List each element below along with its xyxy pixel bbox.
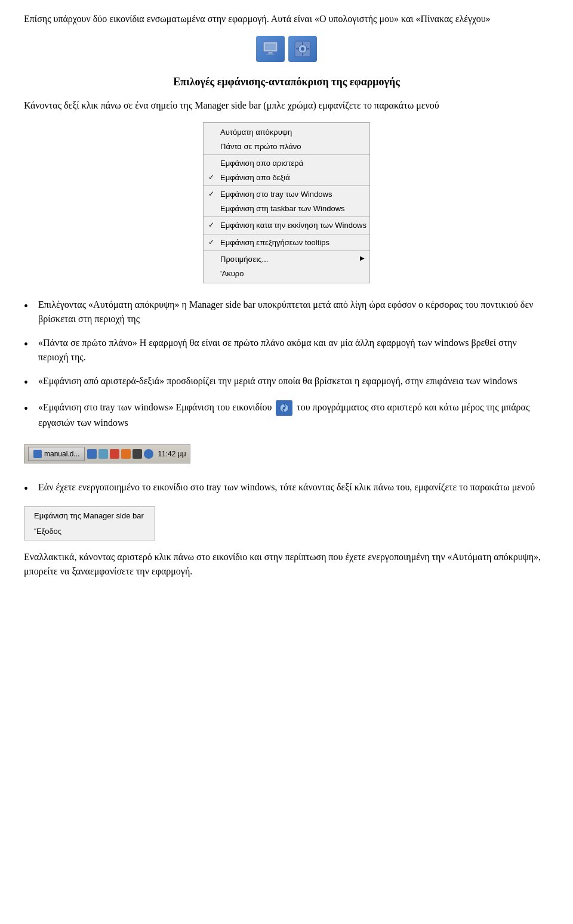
context-menu-image: Αυτόματη απόκρυψη Πάντα σε πρώτο πλάνο Ε… (203, 122, 370, 283)
bullet-5: • Εάν έχετε ενεργοποιημένο το εικονίδιο … (24, 480, 549, 497)
small-context-menu: Εμφάνιση της Manager side bar 'Έξοδος (24, 506, 155, 540)
menu-separator-2 (204, 186, 369, 186)
bullet-4: • «Εμφάνιση στο tray των windows» Εμφάνι… (24, 400, 549, 430)
menu-separator-5 (204, 251, 369, 251)
section-subtext: Κάνοντας δεξί κλικ πάνω σε ένα σημείο τη… (24, 98, 549, 113)
menu-separator-4 (204, 234, 369, 234)
taskbar-window-label: manual.d... (44, 449, 79, 459)
bullet-symbol-2: • (24, 336, 38, 353)
bullet-1: • Επιλέγοντας «Αυτόματη απόκρυψη» η Mana… (24, 298, 549, 326)
bullet-2: • «Πάντα σε πρώτο πλάνο» Η εφαρμογή θα ε… (24, 336, 549, 364)
svg-rect-8 (302, 52, 303, 55)
menu-item-show-left: Εμφάνιση απο αριστερά (204, 156, 369, 171)
taskbar-window-icon (33, 450, 42, 458)
menu-separator-3 (204, 217, 369, 217)
menu-item-preferences: Προτιμήσεις... (204, 252, 369, 267)
menu-item-show-tray: Εμφάνιση στο tray των Windows (204, 187, 369, 202)
sys-icon-1 (87, 449, 97, 459)
bullet-symbol-3: • (24, 374, 38, 391)
taskbar-image: manual.d... 11:42 μμ (24, 444, 190, 463)
sys-icon-4 (121, 449, 131, 459)
svg-rect-10 (306, 48, 309, 50)
section-heading: Επιλογές εμφάνισης-ανταπόκριση της εφαρμ… (24, 74, 549, 90)
svg-point-6 (301, 47, 304, 51)
bullet-text-4-before: «Εμφάνιση στο tray των windows» Εμφάνιση… (38, 402, 272, 412)
sys-icon-3 (110, 449, 119, 459)
bullet-symbol-4: • (24, 400, 38, 417)
bullet-text-5: Εάν έχετε ενεργοποιημένο το εικονίδιο στ… (38, 480, 549, 495)
taskbar-container: manual.d... 11:42 μμ (24, 440, 549, 468)
bottom-paragraph: Εναλλακτικά, κάνοντας αριστερό κλικ πάνω… (24, 550, 549, 579)
tray-icon-inline (276, 400, 292, 416)
menu-item-show-right: Εμφάνιση απο δεξιά (204, 171, 369, 185)
svg-rect-7 (302, 42, 303, 45)
svg-rect-9 (296, 48, 299, 50)
bullet-symbol-5: • (24, 480, 38, 497)
intro-para1: Επίσης υπάρχουν δύο εικονίδια ενσωματωμέ… (24, 12, 549, 26)
bullet-text-3: «Εμφάνιση από αριστερά-δεξιά» προσδιορίζ… (38, 374, 549, 388)
svg-rect-1 (265, 44, 276, 50)
bullet-text-2: «Πάντα σε πρώτο πλάνο» Η εφαρμογή θα είν… (38, 336, 549, 364)
bullet-text-4: «Εμφάνιση στο tray των windows» Εμφάνιση… (38, 400, 549, 430)
sys-icon-2 (98, 449, 108, 459)
icons-row (24, 36, 549, 62)
bullet-3: • «Εμφάνιση από αριστερά-δεξιά» προσδιορ… (24, 374, 549, 391)
sys-icon-6 (144, 449, 153, 459)
taskbar-window: manual.d... (28, 447, 85, 461)
taskbar-systray: 11:42 μμ (87, 449, 186, 459)
sys-icon-5 (133, 449, 142, 459)
my-computer-icon (256, 36, 285, 62)
bullet-symbol-1: • (24, 298, 38, 314)
small-menu-item-exit: 'Έξοδος (24, 524, 155, 539)
svg-rect-3 (266, 54, 275, 55)
taskbar-time: 11:42 μμ (158, 449, 186, 459)
menu-item-show-taskbar: Εμφάνιση στη taskbar των Windows (204, 202, 369, 216)
menu-item-always-top: Πάντα σε πρώτο πλάνο (204, 140, 369, 154)
menu-item-show-startup: Εμφάνιση κατα την εκκίνηση των Windows (204, 218, 369, 233)
menu-item-cancel: 'Ακυρο (204, 267, 369, 281)
control-panel-icon (288, 36, 317, 62)
svg-rect-2 (268, 52, 273, 54)
menu-item-show-tooltips: Εμφάνιση επεξηγήσεων tooltips (204, 236, 369, 250)
bullet-text-1: Επιλέγοντας «Αυτόματη απόκρυψη» η Manage… (38, 298, 549, 326)
menu-item-autohide: Αυτόματη απόκρυψη (204, 125, 369, 140)
menu-separator-1 (204, 154, 369, 155)
svg-point-13 (283, 407, 285, 409)
small-menu-item-show: Εμφάνιση της Manager side bar (24, 508, 155, 524)
